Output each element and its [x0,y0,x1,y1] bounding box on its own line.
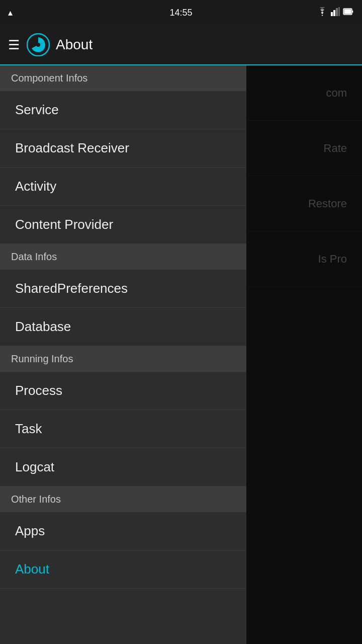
status-time: 14:55 [169,8,192,18]
svg-rect-2 [336,8,338,16]
signal-icon [331,7,340,18]
status-left: ▴ [8,7,15,18]
drawer-section-header-0: Component Infos [0,65,246,91]
navigation-drawer: Component InfosServiceBroadcast Receiver… [0,65,246,644]
drawer-item-content-provider[interactable]: Content Provider [0,206,246,244]
svg-rect-0 [331,12,333,16]
svg-rect-5 [344,10,351,14]
battery-icon [343,7,354,18]
drawer-item-database[interactable]: Database [0,308,246,346]
svg-rect-3 [338,7,340,16]
drawer-item-sharedpreferences[interactable]: SharedPreferences [0,270,246,308]
drawer-section-header-2: Running Infos [0,346,246,372]
hamburger-button[interactable]: ☰ [8,37,20,53]
drawer-item-broadcast-receiver[interactable]: Broadcast Receiver [0,129,246,168]
notification-icon: ▴ [8,7,13,18]
drawer-item-about[interactable]: About [0,550,246,589]
svg-point-7 [36,43,40,47]
drawer-section-header-3: Other Infos [0,487,246,512]
drawer-item-apps[interactable]: Apps [0,512,246,550]
wifi-icon [317,7,328,18]
drawer-section-header-1: Data Infos [0,244,246,270]
svg-rect-1 [333,10,335,16]
page-title: About [56,37,93,53]
drawer-item-task[interactable]: Task [0,410,246,448]
drawer-item-logcat[interactable]: Logcat [0,448,246,487]
toolbar: ☰ About [0,25,362,65]
app-logo [27,33,50,56]
status-right [317,7,354,18]
drawer-item-process[interactable]: Process [0,372,246,410]
status-bar: ▴ 14:55 [0,0,362,25]
drawer-item-activity[interactable]: Activity [0,168,246,206]
drawer-item-service[interactable]: Service [0,91,246,129]
